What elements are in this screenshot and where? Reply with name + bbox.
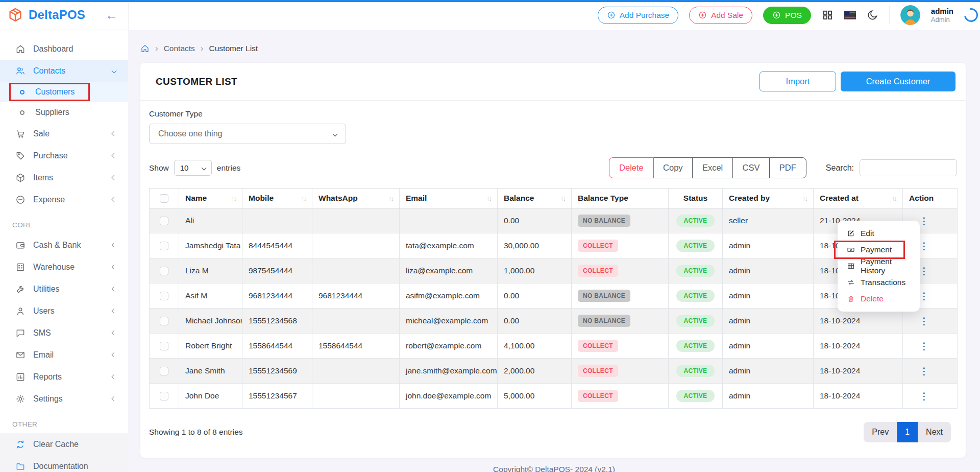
row-checkbox[interactable] bbox=[160, 317, 168, 325]
row-checkbox[interactable] bbox=[160, 292, 168, 300]
menu-item-edit[interactable]: Edit bbox=[838, 225, 920, 242]
row-checkbox[interactable] bbox=[160, 217, 168, 225]
add-sale-button[interactable]: Add Sale bbox=[689, 7, 752, 24]
sidebar-item-reports[interactable]: Reports bbox=[0, 366, 128, 388]
envelope-icon bbox=[15, 350, 26, 360]
next-page-button[interactable]: Next bbox=[918, 422, 951, 442]
gear-icon bbox=[15, 394, 26, 404]
table-controls: Show 10 entries Delete Copy Excel CSV PD… bbox=[140, 144, 966, 185]
cell-email bbox=[400, 208, 498, 233]
row-actions-button[interactable]: ⋮ bbox=[915, 316, 933, 326]
balance-type-badge: COLLECT bbox=[578, 265, 618, 277]
sidebar-item-items[interactable]: Items bbox=[0, 167, 128, 188]
cell-balance: 5,000.00 bbox=[498, 384, 572, 409]
pdf-button[interactable]: PDF bbox=[769, 157, 806, 178]
export-button-group: Delete Copy Excel CSV PDF bbox=[609, 157, 806, 178]
breadcrumb-contacts[interactable]: Contacts bbox=[164, 44, 195, 53]
language-flag-icon[interactable] bbox=[844, 9, 856, 21]
sort-icon[interactable]: ↑↓ bbox=[388, 195, 393, 202]
sidebar-item-expense[interactable]: Expense bbox=[0, 188, 128, 210]
balance-type-badge: COLLECT bbox=[578, 365, 618, 377]
sort-icon[interactable]: ↑↓ bbox=[892, 195, 896, 202]
status-badge: ACTIVE bbox=[676, 265, 715, 277]
menu-item-delete[interactable]: Delete bbox=[838, 291, 920, 307]
row-actions-button[interactable]: ⋮ bbox=[915, 366, 933, 376]
edit-icon bbox=[847, 229, 855, 238]
cell-mobile bbox=[242, 208, 312, 233]
sidebar-item-warehouse[interactable]: Warehouse bbox=[0, 256, 128, 278]
menu-item-transactions[interactable]: Transactions bbox=[838, 274, 920, 291]
cell-email: micheal@example.com bbox=[400, 309, 498, 334]
chevron-left-icon bbox=[112, 197, 117, 202]
row-checkbox[interactable] bbox=[160, 267, 168, 275]
chevron-down-icon bbox=[112, 68, 117, 74]
sidebar-item-email[interactable]: Email bbox=[0, 344, 128, 366]
sort-icon[interactable]: ↑↓ bbox=[560, 195, 565, 202]
sidebar-item-dashboard[interactable]: Dashboard bbox=[0, 38, 128, 60]
apps-grid-icon[interactable] bbox=[822, 9, 834, 21]
row-checkbox[interactable] bbox=[160, 392, 168, 400]
column-header-balance[interactable]: Balance↑↓ bbox=[498, 188, 572, 208]
sort-icon[interactable]: ↑↓ bbox=[301, 195, 306, 202]
page-1-button[interactable]: 1 bbox=[897, 422, 918, 442]
menu-item-payment[interactable]: Payment bbox=[838, 242, 920, 258]
sidebar-item-purchase[interactable]: Purchase bbox=[0, 145, 128, 167]
csv-button[interactable]: CSV bbox=[732, 157, 770, 178]
create-customer-button[interactable]: Create Customer bbox=[841, 72, 955, 91]
add-purchase-button[interactable]: Add Purchase bbox=[598, 7, 678, 24]
sidebar-collapse-button[interactable]: ← bbox=[105, 9, 118, 21]
prev-page-button[interactable]: Prev bbox=[864, 422, 897, 442]
excel-button[interactable]: Excel bbox=[692, 157, 733, 178]
column-header-name[interactable]: Name↑↓ bbox=[179, 188, 242, 208]
sidebar-item-cash-bank[interactable]: Cash & Bank bbox=[0, 234, 128, 256]
column-header-whatsapp[interactable]: WhatsApp↑↓ bbox=[312, 188, 400, 208]
sidebar-item-contacts[interactable]: Contacts bbox=[0, 60, 128, 82]
column-header-email[interactable]: Email↑↓ bbox=[400, 188, 498, 208]
dark-mode-moon-icon[interactable] bbox=[867, 9, 878, 21]
customer-type-select[interactable]: Choose one thing bbox=[149, 124, 346, 144]
sidebar-item-utilities[interactable]: Utilities bbox=[0, 278, 128, 300]
user-menu[interactable]: admin Admin bbox=[931, 7, 953, 24]
sidebar-item-clear-cache[interactable]: Clear Cache bbox=[0, 433, 128, 455]
sort-icon[interactable]: ↑↓ bbox=[486, 195, 491, 202]
sidebar-item-documentation[interactable]: Documentation bbox=[0, 455, 128, 472]
cell-whatsapp bbox=[312, 258, 400, 284]
row-checkbox[interactable] bbox=[160, 342, 168, 350]
row-checkbox[interactable] bbox=[160, 242, 168, 250]
column-header-mobile[interactable]: Mobile↑↓ bbox=[242, 188, 312, 208]
menu-item-payment-history[interactable]: Payment History bbox=[838, 258, 920, 274]
home-icon[interactable] bbox=[140, 44, 150, 53]
column-header-created-at[interactable]: Created at↑↓ bbox=[814, 188, 903, 208]
entries-label: entries bbox=[217, 163, 241, 173]
sidebar-item-users[interactable]: Users bbox=[0, 300, 128, 322]
pos-button[interactable]: POS bbox=[763, 7, 811, 24]
cell-whatsapp bbox=[312, 359, 400, 384]
avatar[interactable] bbox=[900, 5, 920, 25]
row-actions-button[interactable]: ⋮ bbox=[915, 341, 933, 351]
select-all-checkbox[interactable] bbox=[160, 194, 168, 203]
sort-icon[interactable]: ↑↓ bbox=[231, 195, 236, 202]
sort-icon[interactable]: ↑↓ bbox=[802, 195, 807, 202]
delete-button[interactable]: Delete bbox=[609, 157, 654, 178]
row-checkbox[interactable] bbox=[160, 367, 168, 375]
sidebar-item-sale[interactable]: Sale bbox=[0, 123, 128, 145]
divider bbox=[889, 6, 890, 25]
sidebar-nav: Dashboard Contacts Customers Suppliers S… bbox=[0, 30, 128, 472]
cell-balance: 2,000.00 bbox=[498, 359, 572, 384]
sidebar-item-settings[interactable]: Settings bbox=[0, 388, 128, 410]
table-row: John Doe 15551234567 john.doe@example.co… bbox=[150, 384, 958, 409]
row-actions-button[interactable]: ⋮ bbox=[915, 391, 933, 402]
cell-mobile: 15551234568 bbox=[242, 309, 312, 334]
cell-mobile: 9875454444 bbox=[242, 258, 312, 284]
copy-button[interactable]: Copy bbox=[653, 157, 693, 178]
search-input[interactable] bbox=[860, 159, 957, 176]
brand-name: DeltaPOS bbox=[29, 8, 100, 22]
card-header: CUSTOMER LIST Import Create Customer bbox=[140, 63, 966, 101]
table-row: Liza M 9875454444 liza@example.com 1,000… bbox=[150, 258, 958, 284]
import-button[interactable]: Import bbox=[760, 72, 836, 91]
sidebar-item-suppliers[interactable]: Suppliers bbox=[0, 102, 128, 123]
sidebar-item-sms[interactable]: SMS bbox=[0, 322, 128, 344]
sidebar-item-customers[interactable]: Customers bbox=[0, 82, 128, 102]
page-size-select[interactable]: 10 bbox=[174, 160, 212, 176]
column-header-created-by[interactable]: Created by↑↓ bbox=[723, 188, 814, 208]
